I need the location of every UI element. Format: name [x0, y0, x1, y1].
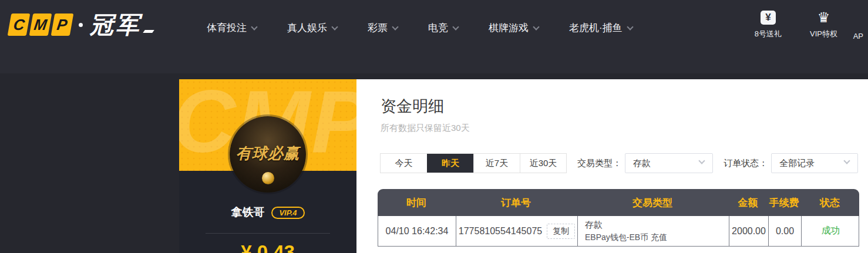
nav-item-slots-fishing[interactable]: 老虎机·捕鱼 [569, 21, 633, 35]
crown-icon: ♛ [817, 11, 830, 25]
col-amount: 金额 [728, 196, 768, 210]
tab-last7days[interactable]: 近7天 [473, 154, 520, 173]
vip-privilege-link[interactable]: ♛ VIP特权 [810, 11, 837, 39]
logo-cmp-tiles: C M P [9, 14, 72, 36]
tab-today[interactable]: 今天 [381, 154, 427, 173]
cell-type: 存款 EBPay钱包-EB币 充值 [577, 216, 729, 246]
logo-tile: M [29, 14, 52, 36]
table-row: 04/10 16:42:34 1775810554145075 复制 存款 EB… [378, 216, 859, 247]
avatar[interactable]: 有球必赢 [230, 116, 306, 193]
cell-order-no: 1775810554145075 复制 [456, 216, 577, 246]
table-header: 时间 订单号 交易类型 金额 手续费 状态 [378, 189, 859, 216]
main-nav: 体育投注 真人娱乐 彩票 电竞 棋牌游戏 老虎机·捕鱼 [207, 21, 633, 35]
order-status-select[interactable]: 全部记录 [771, 153, 858, 173]
logo-tile: P [51, 14, 74, 36]
col-fee: 手续费 [768, 196, 800, 210]
copy-button[interactable]: 复制 [547, 224, 575, 239]
cell-fee: 0.00 [768, 216, 801, 246]
chevron-down-icon [251, 23, 257, 30]
content-panel: 资金明细 所有数据只保留近30天 今天 昨天 近7天 近30天 交易类型： 存款… [356, 79, 868, 253]
user-row: 拿铁哥 VIP.4 [179, 205, 356, 220]
vip-level-badge: VIP.4 [271, 207, 304, 219]
logo-speed-mark [143, 30, 154, 33]
transaction-type-select[interactable]: 存款 [625, 153, 713, 173]
chevron-down-icon [392, 23, 398, 30]
chevron-down-icon [533, 23, 539, 30]
col-status: 状态 [800, 196, 859, 210]
order-status-label: 订单状态： [724, 158, 768, 169]
cell-time: 04/10 16:42:34 [378, 216, 456, 246]
logo-dot [79, 23, 83, 27]
divider [206, 233, 330, 234]
site-logo[interactable]: C M P 冠军 [9, 13, 153, 36]
chevron-down-icon [331, 23, 338, 30]
chevron-down-icon [843, 157, 850, 164]
page-title: 资金明细 [381, 96, 444, 117]
tab-last30days[interactable]: 近30天 [520, 154, 566, 173]
nav-item-live-casino[interactable]: 真人娱乐 [287, 21, 337, 35]
col-type: 交易类型 [577, 196, 728, 210]
chevron-down-icon [698, 157, 705, 164]
gift-day8-link[interactable]: ¥ 8号送礼 [755, 11, 782, 39]
nav-item-esports[interactable]: 电竞 [428, 21, 458, 35]
username: 拿铁哥 [231, 205, 264, 220]
logo-brand-text: 冠军 [90, 13, 142, 36]
tab-yesterday[interactable]: 昨天 [427, 154, 473, 173]
yen-gift-icon: ¥ [761, 11, 776, 25]
header-quick-links: ¥ 8号送礼 ♛ VIP特权 AP [755, 11, 837, 39]
top-nav-bar: C M P 冠军 体育投注 真人娱乐 彩票 电竞 [0, 0, 868, 73]
chevron-down-icon [452, 23, 459, 30]
date-range-tabs: 今天 昨天 近7天 近30天 [380, 153, 567, 173]
cell-amount: 2000.00 [729, 216, 768, 246]
profile-sidebar: CMP 有球必赢 拿铁哥 VIP.4 ¥ 0.43 [179, 79, 356, 253]
chevron-down-icon [627, 23, 633, 30]
app-link-clipped[interactable]: AP [853, 32, 863, 41]
col-order-no: 订单号 [455, 196, 577, 210]
golden-ball-icon [262, 172, 274, 184]
transaction-type-label: 交易类型： [577, 158, 621, 169]
order-number: 1775810554145075 [459, 226, 542, 237]
page-subtitle: 所有数据只保留近30天 [381, 123, 470, 134]
cell-status: 成功 [801, 216, 860, 246]
nav-item-board-games[interactable]: 棋牌游戏 [489, 21, 539, 35]
logo-tile: C [8, 14, 31, 36]
col-time: 时间 [378, 196, 455, 210]
nav-item-lottery[interactable]: 彩票 [368, 21, 398, 35]
filter-controls: 今天 昨天 近7天 近30天 交易类型： 存款 订单状态： 全部记录 [380, 153, 858, 173]
transactions-table: 时间 订单号 交易类型 金额 手续费 状态 04/10 16:42:34 177… [378, 189, 859, 247]
nav-item-sports[interactable]: 体育投注 [207, 21, 257, 35]
account-balance: ¥ 0.43 [179, 241, 356, 253]
page: C M P 冠军 体育投注 真人娱乐 彩票 电竞 [0, 0, 868, 253]
